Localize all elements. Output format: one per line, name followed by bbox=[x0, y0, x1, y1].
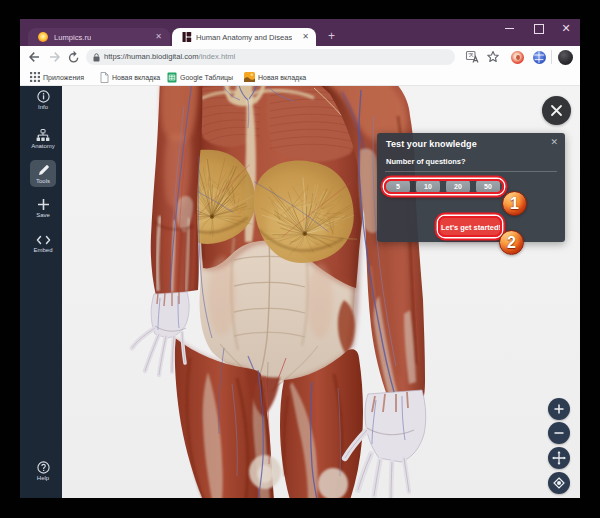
bookmark-newtab1[interactable]: Новая вкладка bbox=[100, 70, 160, 84]
tab-biodigital[interactable]: Human Anatomy and Disease in ✕ bbox=[172, 28, 316, 46]
back-icon[interactable] bbox=[26, 49, 42, 65]
toolbar-separator bbox=[551, 50, 552, 64]
sidebar-item-anatomy-label: Anatomy bbox=[22, 143, 64, 149]
help-icon bbox=[37, 461, 50, 474]
bookmark-newtab2-label: Новая вкладка bbox=[258, 74, 306, 81]
bookmark-newtab1-label: Новая вкладка bbox=[112, 74, 160, 81]
avatar-circle bbox=[558, 50, 573, 65]
sidebar-item-tools[interactable]: Tools bbox=[22, 164, 64, 184]
annotation-ring-options bbox=[384, 179, 504, 194]
sidebar-item-anatomy[interactable]: Anatomy bbox=[22, 129, 64, 149]
address-bar[interactable]: https://human.biodigital.com/index.html bbox=[86, 49, 455, 65]
annotation-ring-start bbox=[438, 216, 502, 237]
tab-bar: Lumpics.ru ✕ Human Anatomy and Disease i… bbox=[20, 19, 580, 46]
apps-grid-icon bbox=[30, 72, 40, 82]
profile-avatar[interactable] bbox=[558, 49, 574, 65]
page-icon bbox=[100, 72, 109, 83]
reset-view-button[interactable] bbox=[548, 472, 570, 494]
viewer-close-icon bbox=[550, 104, 563, 117]
sidebar-item-embed-label: Embed bbox=[22, 247, 64, 253]
bookmark-apps[interactable]: Приложения bbox=[30, 70, 84, 84]
tab-lumpics-close-icon[interactable]: ✕ bbox=[155, 32, 162, 42]
zoom-in-icon bbox=[552, 402, 566, 416]
anatomy-viewport[interactable]: Test your knowledge ✕ Number of question… bbox=[62, 86, 580, 498]
lock-icon bbox=[93, 53, 100, 62]
pan-button[interactable] bbox=[548, 447, 570, 469]
translate-icon[interactable] bbox=[465, 49, 481, 65]
bookmark-sheets[interactable]: Google Таблицы bbox=[167, 70, 233, 84]
sidebar-item-embed[interactable]: Embed bbox=[22, 234, 64, 253]
reload-icon[interactable] bbox=[66, 49, 82, 65]
new-tab-button[interactable]: + bbox=[324, 29, 339, 44]
lumpics-favicon-icon bbox=[38, 32, 48, 42]
extension-red-dot bbox=[516, 55, 521, 61]
quiz-divider bbox=[385, 171, 557, 172]
window-controls: ✕ bbox=[490, 19, 580, 38]
bookmark-newtab2[interactable]: Новая вкладка bbox=[244, 70, 306, 84]
page-content: Info Anatomy Tools Save Embed bbox=[20, 86, 580, 498]
sidebar-item-save[interactable]: Save bbox=[22, 198, 64, 218]
annotation-step-1: 1 bbox=[502, 191, 527, 216]
sidebar-item-help-label: Help bbox=[22, 475, 64, 481]
window-minimize-button[interactable] bbox=[496, 19, 524, 38]
browser-toolbar: https://human.biodigital.com/index.html bbox=[20, 46, 580, 68]
url-path: /index.html bbox=[199, 52, 236, 61]
tab-biodigital-close-icon[interactable]: ✕ bbox=[302, 32, 309, 42]
app-sidebar: Info Anatomy Tools Save Embed bbox=[20, 86, 62, 498]
embed-code-icon bbox=[36, 234, 51, 246]
anatomy-icon bbox=[36, 129, 50, 142]
quiz-question: Number of questions? bbox=[386, 157, 466, 166]
tab-lumpics-title: Lumpics.ru bbox=[54, 33, 91, 42]
sheets-icon bbox=[167, 72, 177, 83]
viewer-close-button[interactable] bbox=[542, 96, 571, 125]
sidebar-item-help[interactable]: Help bbox=[22, 461, 64, 481]
url-text: https://human.biodigital.com/index.html bbox=[104, 52, 235, 62]
bookmark-apps-label: Приложения bbox=[43, 74, 84, 81]
url-host: https://human.biodigital.com bbox=[104, 52, 199, 61]
info-icon bbox=[37, 90, 50, 103]
zoom-in-button[interactable] bbox=[548, 398, 570, 420]
reset-view-icon bbox=[552, 476, 566, 490]
bookmark-sheets-label: Google Таблицы bbox=[180, 74, 233, 81]
quiz-title: Test your knowledge bbox=[386, 139, 477, 149]
tab-biodigital-title: Human Anatomy and Disease in bbox=[196, 33, 292, 42]
sidebar-item-tools-label: Tools bbox=[22, 178, 64, 184]
tools-pencil-icon bbox=[37, 164, 50, 177]
menu-dots-icon[interactable] bbox=[578, 49, 580, 65]
biodigital-favicon-icon bbox=[182, 32, 192, 42]
forward-icon[interactable] bbox=[47, 49, 63, 65]
window-maximize-button[interactable] bbox=[524, 19, 552, 38]
bookmarks-bar: Приложения Новая вкладка Google Таблицы … bbox=[20, 68, 580, 86]
zoom-out-icon bbox=[552, 426, 566, 440]
zoom-out-button[interactable] bbox=[548, 422, 570, 444]
screenshot-stage: Lumpics.ru ✕ Human Anatomy and Disease i… bbox=[0, 0, 600, 518]
tab-lumpics[interactable]: Lumpics.ru ✕ bbox=[28, 28, 170, 46]
sidebar-item-save-label: Save bbox=[22, 212, 64, 218]
pan-arrows-icon bbox=[552, 451, 566, 465]
orange-site-icon bbox=[244, 72, 255, 82]
bookmark-star-icon[interactable] bbox=[485, 49, 501, 65]
extension-blue-icon[interactable] bbox=[531, 49, 547, 65]
sidebar-item-info[interactable]: Info bbox=[22, 90, 64, 110]
extension-red-icon[interactable] bbox=[510, 49, 526, 65]
browser-window: Lumpics.ru ✕ Human Anatomy and Disease i… bbox=[20, 19, 580, 498]
save-plus-icon bbox=[37, 198, 50, 211]
annotation-step-2: 2 bbox=[499, 230, 524, 255]
sidebar-item-info-label: Info bbox=[22, 104, 64, 110]
quiz-close-icon[interactable]: ✕ bbox=[550, 137, 558, 147]
window-close-button[interactable]: ✕ bbox=[552, 19, 580, 38]
